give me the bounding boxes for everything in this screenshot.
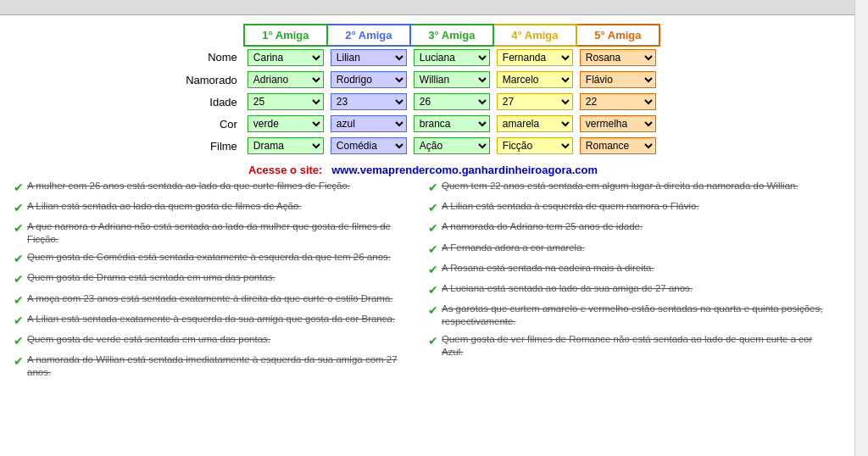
select-filme-4[interactable]: Ficção (497, 137, 573, 154)
clue-right-2: ✔A Lilian está sentada à esquerda de que… (428, 200, 832, 215)
select-cor-5[interactable]: vermelha (580, 115, 656, 132)
clue-text: Quem gosta de Drama está sentada em uma … (27, 271, 275, 284)
select-idade-4[interactable]: 27 (497, 93, 573, 110)
select-filme-5[interactable]: Romance (580, 137, 656, 154)
select-nome-5[interactable]: Rosana (580, 49, 656, 66)
cell-idade-1[interactable]: 25 (244, 91, 327, 113)
select-filme-2[interactable]: Comédia (331, 137, 407, 154)
cell-namorado-5[interactable]: Flávio (576, 69, 659, 91)
cell-cor-3[interactable]: branca (410, 113, 493, 135)
cell-cor-1[interactable]: verde (244, 113, 327, 135)
select-nome-1[interactable]: Carina (248, 49, 324, 66)
clue-text: A Rosana está sentada na cadeira mais à … (442, 262, 654, 275)
check-icon: ✔ (428, 180, 438, 195)
cell-filme-5[interactable]: Romance (576, 135, 659, 157)
row-label-nome: Nome (186, 46, 244, 69)
clue-text: A Lilian está sentada exatamente à esque… (27, 313, 395, 325)
cell-filme-2[interactable]: Comédia (327, 135, 410, 157)
row-label-namorado: Namorado (186, 69, 244, 91)
check-icon: ✔ (14, 292, 24, 308)
clue-text: Quem gosta de ver filmes de Romance não … (442, 333, 832, 359)
check-icon: ✔ (14, 353, 24, 369)
clues-section: ✔A mulher com 26 anos está sentada ao la… (8, 180, 837, 384)
cell-idade-3[interactable]: 26 (410, 91, 493, 113)
check-icon: ✔ (14, 313, 24, 328)
cell-namorado-4[interactable]: Marcelo (493, 69, 576, 91)
select-namorado-1[interactable]: Adriano (248, 71, 324, 88)
clue-text: Quem gosta de verde está sentada em uma … (27, 333, 270, 346)
clue-right-3: ✔A namorada do Adriano tem 25 anos de id… (428, 220, 832, 236)
clue-right-8: ✔Quem gosta de ver filmes de Romance não… (428, 333, 832, 359)
clue-text: A Luciana está sentada ao lado da sua am… (442, 282, 693, 295)
puzzle-table: 1° Amiga 2° Amiga 3° Amiga 4° Amiga 5° A… (186, 24, 660, 157)
clue-right-4: ✔A Fernanda adora a cor amarela. (428, 242, 832, 257)
clue-text: A namorada do Adriano tem 25 anos de ida… (442, 220, 643, 233)
clue-right-1: ✔Quem tem 22 anos está sentada em algum … (428, 180, 832, 195)
clue-left-7: ✔A Lilian está sentada exatamente à esqu… (14, 313, 418, 328)
clue-left-8: ✔Quem gosta de verde está sentada em uma… (14, 333, 418, 348)
cell-idade-2[interactable]: 23 (327, 91, 410, 113)
select-idade-3[interactable]: 26 (414, 93, 490, 110)
select-idade-2[interactable]: 23 (331, 93, 407, 110)
select-filme-1[interactable]: Drama (248, 137, 324, 154)
cell-nome-2[interactable]: Lilian (327, 46, 410, 69)
clue-text: A namorada do Willian está sentada imedi… (27, 353, 418, 379)
cell-nome-3[interactable]: Luciana (410, 46, 493, 69)
top-bar (0, 0, 868, 15)
select-nome-2[interactable]: Lilian (331, 49, 407, 66)
cell-filme-1[interactable]: Drama (244, 135, 327, 157)
select-namorado-5[interactable]: Flávio (580, 71, 656, 88)
clue-left-9: ✔A namorada do Willian está sentada imed… (14, 353, 418, 379)
cell-cor-4[interactable]: amarela (493, 113, 576, 135)
clues-right: ✔Quem tem 22 anos está sentada em algum … (423, 180, 837, 384)
select-nome-3[interactable]: Luciana (414, 49, 490, 66)
select-cor-2[interactable]: azul (331, 115, 407, 132)
select-cor-4[interactable]: amarela (497, 115, 573, 132)
cell-cor-2[interactable]: azul (327, 113, 410, 135)
cell-cor-5[interactable]: vermelha (576, 113, 659, 135)
cell-nome-1[interactable]: Carina (244, 46, 327, 69)
check-icon: ✔ (14, 200, 24, 215)
clue-left-1: ✔A mulher com 26 anos está sentada ao la… (14, 180, 418, 195)
check-icon: ✔ (14, 251, 24, 266)
check-icon: ✔ (14, 271, 24, 286)
select-namorado-3[interactable]: Willian (414, 71, 490, 88)
cell-namorado-1[interactable]: Adriano (244, 69, 327, 91)
clue-text: A moça com 23 anos está sentada exatamen… (27, 292, 393, 305)
check-icon: ✔ (428, 220, 438, 236)
check-icon: ✔ (14, 220, 24, 236)
clue-left-3: ✔A que namora o Adriano não está sentada… (14, 220, 418, 246)
check-icon: ✔ (428, 200, 438, 215)
clue-text: Quem tem 22 anos está sentada em algum l… (442, 180, 798, 192)
main-content: 1° Amiga 2° Amiga 3° Amiga 4° Amiga 5° A… (0, 15, 854, 392)
select-nome-4[interactable]: Fernanda (497, 49, 573, 66)
cell-idade-5[interactable]: 22 (576, 91, 659, 113)
select-cor-3[interactable]: branca (414, 115, 490, 132)
cell-nome-4[interactable]: Fernanda (493, 46, 576, 69)
clue-text: A que namora o Adriano não está sentada … (27, 220, 418, 246)
promo-link[interactable]: www.vemaprendercomo.ganhardinheiroagora.… (331, 164, 598, 176)
row-label-cor: Cor (186, 113, 244, 135)
check-icon: ✔ (428, 333, 438, 348)
check-icon: ✔ (14, 333, 24, 348)
check-icon: ✔ (428, 262, 438, 277)
cell-filme-3[interactable]: Ação (410, 135, 493, 157)
clue-left-5: ✔Quem gosta de Drama está sentada em uma… (14, 271, 418, 286)
scrollbar[interactable] (854, 0, 868, 392)
cell-namorado-2[interactable]: Rodrigo (327, 69, 410, 91)
select-namorado-2[interactable]: Rodrigo (331, 71, 407, 88)
cell-nome-5[interactable]: Rosana (576, 46, 659, 69)
select-cor-1[interactable]: verde (248, 115, 324, 132)
col-header-3: 3° Amiga (410, 25, 493, 46)
cell-idade-4[interactable]: 27 (493, 91, 576, 113)
clue-text: As garotas que curtem amarelo e vermelho… (442, 303, 832, 328)
select-namorado-4[interactable]: Marcelo (497, 71, 573, 88)
select-filme-3[interactable]: Ação (414, 137, 490, 154)
clue-right-7: ✔As garotas que curtem amarelo e vermelh… (428, 303, 832, 328)
cell-namorado-3[interactable]: Willian (410, 69, 493, 91)
col-header-1: 1° Amiga (244, 25, 327, 46)
clues-left: ✔A mulher com 26 anos está sentada ao la… (8, 180, 423, 384)
select-idade-5[interactable]: 22 (580, 93, 656, 110)
cell-filme-4[interactable]: Ficção (493, 135, 576, 157)
select-idade-1[interactable]: 25 (248, 93, 324, 110)
